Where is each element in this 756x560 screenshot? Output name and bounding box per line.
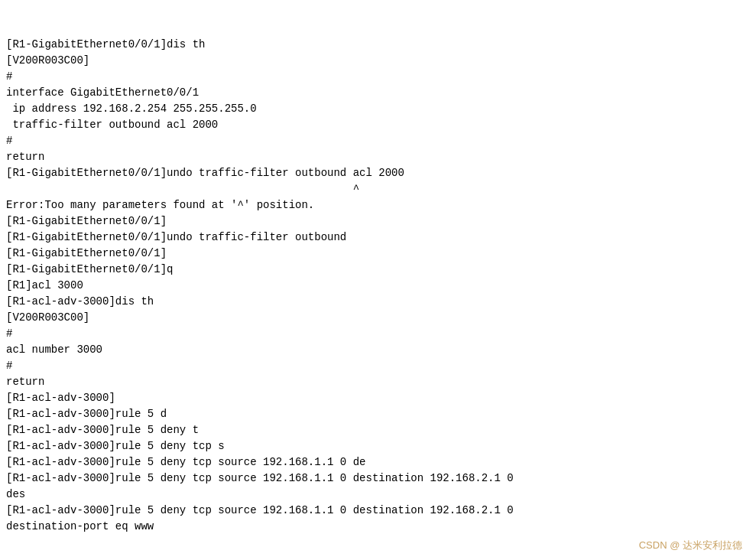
terminal-line: [V200R003C00] <box>6 310 735 326</box>
terminal-line: # <box>6 358 735 374</box>
terminal-line: [R1-acl-adv-3000]rule 5 deny tcp s <box>6 438 735 454</box>
terminal-line: return <box>6 374 735 390</box>
terminal-container: [R1-GigabitEthernet0/0/1]dis th[V200R003… <box>0 0 756 560</box>
watermark: CSDN @ 达米安利拉德 <box>639 539 742 552</box>
terminal-line: acl number 3000 <box>6 342 735 358</box>
terminal-line: [R1-GigabitEthernet0/0/1]undo traffic-fi… <box>6 165 735 181</box>
terminal-line: # <box>6 133 735 149</box>
terminal-line: [R1-GigabitEthernet0/0/1] <box>6 213 735 230</box>
terminal-line: [R1-acl-adv-3000]dis th <box>6 294 735 310</box>
terminal-line: destination-port eq www <box>6 519 735 535</box>
terminal-line: return <box>6 149 735 165</box>
watermark-csdn: CSDN <box>639 539 667 551</box>
terminal-line: traffic-filter outbound acl 2000 <box>6 117 735 133</box>
terminal-line: [R1-acl-adv-3000]rule 5 deny tcp source … <box>6 454 735 470</box>
terminal-line: [R1]acl 3000 <box>6 278 735 294</box>
terminal-line: [R1-GigabitEthernet0/0/1]q <box>6 262 735 278</box>
terminal-line: Error:Too many parameters found at '^' p… <box>6 197 735 213</box>
terminal-line: [R1-acl-adv-3000]rule 5 deny t <box>6 422 735 438</box>
terminal-line: [V200R003C00] <box>6 53 735 69</box>
terminal-line: [R1-GigabitEthernet0/0/1]undo traffic-fi… <box>6 230 735 246</box>
terminal-line: [R1-GigabitEthernet0/0/1]dis th <box>6 37 735 53</box>
terminal-line: # <box>6 326 735 342</box>
terminal-line: [R1-acl-adv-3000]rule 5 deny tcp source … <box>6 470 735 487</box>
terminal-line: des <box>6 487 735 503</box>
terminal-line: [R1-GigabitEthernet0/0/1] <box>6 246 735 262</box>
terminal-line: [R1-acl-adv-3000]rule 5 deny tcp source … <box>6 503 735 519</box>
terminal-line: ip address 192.168.2.254 255.255.255.0 <box>6 101 735 117</box>
watermark-at: @ <box>670 539 680 551</box>
watermark-handle: 达米安利拉德 <box>683 539 742 551</box>
terminal-line: interface GigabitEthernet0/0/1 <box>6 85 735 101</box>
terminal-line: ^ <box>6 181 735 197</box>
terminal-content[interactable]: [R1-GigabitEthernet0/0/1]dis th[V200R003… <box>0 0 744 560</box>
terminal-line: [R1-acl-adv-3000] <box>6 390 735 406</box>
terminal-line: # <box>6 69 735 85</box>
terminal-line: [R1-acl-adv-3000]rule 5 d <box>6 406 735 422</box>
